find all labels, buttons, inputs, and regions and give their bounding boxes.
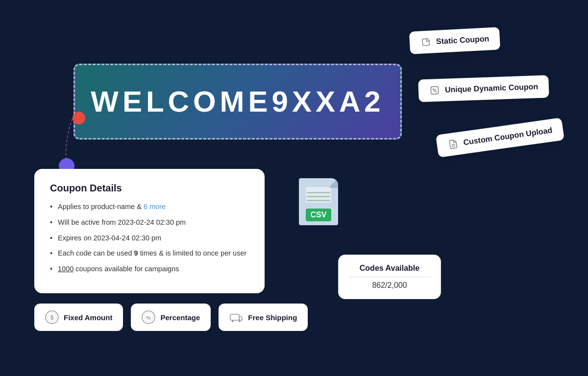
free-shipping-label: Free Shipping	[248, 313, 297, 322]
percentage-icon: %	[142, 310, 155, 324]
coupon-details-card: Coupon Details Applies to product-name &…	[34, 169, 265, 293]
csv-lines-decoration	[307, 192, 330, 201]
csv-paper: CSV	[299, 178, 338, 225]
upload-coupon-label[interactable]: Custom Coupon Upload	[436, 118, 564, 158]
detail-item-expires: Expires on 2023-04-24 02:30 pm	[50, 233, 249, 244]
fixed-amount-label: Fixed Amount	[64, 313, 112, 322]
svg-line-5	[452, 146, 455, 146]
csv-illustration: CSV	[294, 166, 343, 225]
coupon-banner: WELCOME9XXA2	[74, 64, 402, 140]
svg-point-14	[239, 320, 241, 322]
percent-icon	[429, 85, 440, 96]
codes-available-title: Codes Available	[348, 264, 431, 277]
ticket-icon	[420, 37, 431, 48]
details-card-title: Coupon Details	[50, 183, 249, 194]
svg-point-2	[433, 89, 434, 90]
dynamic-coupon-label[interactable]: Unique Dynamic Coupon	[418, 75, 549, 102]
svg-text:%: %	[147, 315, 151, 321]
svg-text:$: $	[50, 314, 54, 321]
detail-item-active: Will be active from 2023-02-24 02:30 pm	[50, 217, 249, 228]
static-coupon-label[interactable]: Static Coupon	[409, 27, 500, 54]
svg-point-13	[232, 320, 234, 322]
red-dot-decoration	[73, 112, 85, 124]
discount-types-row: $ Fixed Amount % Percentage Free Shippin…	[34, 304, 308, 331]
svg-rect-12	[230, 314, 239, 320]
csv-icon	[447, 138, 459, 150]
codes-available-value: 862/2,000	[348, 281, 431, 290]
dynamic-coupon-text: Unique Dynamic Coupon	[444, 82, 538, 94]
discount-percentage[interactable]: % Percentage	[131, 304, 211, 331]
detail-item-campaigns: 1000 coupons available for campaigns	[50, 264, 249, 275]
shipping-icon	[229, 310, 243, 324]
static-coupon-text: Static Coupon	[436, 34, 489, 46]
csv-badge: CSV	[306, 209, 332, 221]
more-products-link[interactable]: 6 more	[144, 203, 166, 211]
detail-item-products: Applies to product-name & 6 more	[50, 202, 249, 212]
svg-line-4	[452, 144, 455, 145]
upload-coupon-text: Custom Coupon Upload	[463, 126, 553, 147]
percentage-label: Percentage	[160, 313, 200, 322]
fixed-amount-icon: $	[45, 310, 59, 324]
discount-shipping[interactable]: Free Shipping	[219, 304, 308, 331]
details-list: Applies to product-name & 6 more Will be…	[50, 202, 249, 275]
detail-item-usage: Each code can be used 9 times & is limit…	[50, 248, 249, 259]
discount-fixed[interactable]: $ Fixed Amount	[34, 304, 123, 331]
coupon-code: WELCOME9XXA2	[91, 85, 384, 118]
svg-point-3	[436, 91, 437, 92]
codes-available-card: Codes Available 862/2,000	[338, 255, 441, 299]
